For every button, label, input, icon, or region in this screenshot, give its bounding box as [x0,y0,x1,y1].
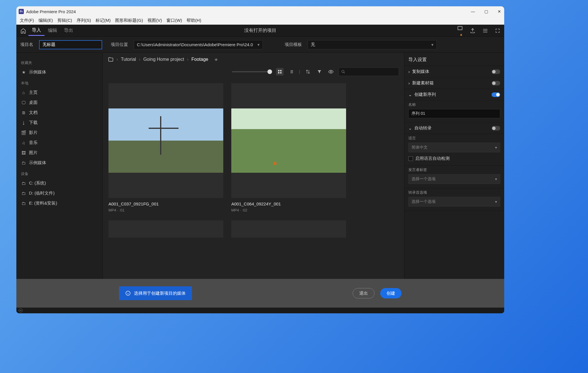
filter-icon[interactable] [316,68,323,75]
preview-icon[interactable] [327,68,335,75]
auto-detect-checkbox[interactable]: 启用语言自动检测 [408,156,500,161]
create-button[interactable]: 创建 [380,288,401,298]
drive-icon: 🗀 [21,181,26,186]
project-settings-bar: 项目名 项目位置 C:\Users\Administrator\Document… [16,37,504,53]
drive-icon: 🗀 [21,201,26,206]
titlebar: Pr Adobe Premiere Pro 2024 ― ▢ ✕ [16,6,504,17]
menu-help[interactable]: 帮助(H) [185,17,203,24]
sequence-name-input[interactable] [408,109,500,118]
menu-view[interactable]: 视图(V) [146,17,164,24]
sidebar-item-drive-e[interactable]: 🗀E: (资料&安装) [19,198,100,208]
sort-icon[interactable] [304,68,312,75]
desktop-icon: 🖵 [21,100,26,105]
tab-export[interactable]: 导出 [61,26,77,35]
breadcrumb-tutorial[interactable]: Tutorial [121,57,136,62]
no-project-label: 没有打开的项目 [244,28,276,34]
search-input[interactable] [339,67,399,76]
menu-edit[interactable]: 编辑(E) [37,17,55,24]
language-select[interactable]: 简体中文 [408,143,500,152]
tab-import[interactable]: 导入 [28,26,44,36]
fullscreen-icon[interactable] [495,28,500,33]
list-view-icon[interactable] [288,68,295,75]
sidebar-item-drive-c[interactable]: 🗀C: (系统) [19,178,100,188]
media-item[interactable] [231,220,346,238]
menu-sequence[interactable]: 序列(S) [75,17,93,24]
new-sequence-row[interactable]: ⌄创建新序列 [404,89,504,100]
exit-button[interactable]: 退出 [353,288,374,298]
transcription-pref-select[interactable]: 选择一个选项 [408,197,500,207]
new-bin-toggle[interactable] [492,81,500,86]
media-meta: MP4 · :01 [108,208,223,212]
menu-clip[interactable]: 剪辑(C) [56,17,74,24]
chevron-down-icon: ⌄ [408,92,412,97]
sidebar-item-downloads[interactable]: ⭣下载 [19,118,100,128]
copy-media-toggle[interactable] [492,69,500,74]
sidebar-item-pictures[interactable]: 🖼图片 [19,148,100,158]
share-icon[interactable] [470,28,476,34]
menu-graphics[interactable]: 图形和标题(G) [113,17,145,24]
view-bar: | [103,66,404,77]
auto-transcribe-toggle[interactable] [492,126,500,131]
thumbnail-image [108,108,223,173]
home-icon[interactable] [20,28,26,34]
project-name-input[interactable] [39,40,102,49]
warning-icon: ▲ [459,32,463,36]
sidebar-item-desktop[interactable]: 🖵桌面 [19,98,100,108]
sidebar-item-label: E: (资料&安装) [29,201,57,206]
project-path-select[interactable]: C:\Users\Administrator\Documents\Adobe\P… [134,40,263,49]
sidebar-item-home[interactable]: ⌂主页 [19,88,100,98]
speaker-select[interactable]: 选择一个选项 [408,174,500,184]
project-name-label: 项目名 [20,42,33,47]
tab-edit[interactable]: 编辑 [44,26,61,35]
quick-export-icon[interactable]: ▲ [457,25,463,36]
auto-transcribe-row[interactable]: ⌄自动转录 [404,123,504,134]
maximize-button[interactable]: ▢ [484,9,489,14]
media-thumbnail[interactable] [231,83,346,198]
menu-markers[interactable]: 标记(M) [94,17,112,24]
menubar: 文件(F) 编辑(E) 剪辑(C) 序列(S) 标记(M) 图形和标题(G) 视… [16,17,504,25]
sidebar-item-music[interactable]: ♫音乐 [19,138,100,148]
panel-menu-icon[interactable] [482,28,488,34]
workspace-toolbar: 导入 编辑 导出 没有打开的项目 ▲ [16,25,504,37]
favorite-star-icon[interactable]: ★ [214,57,218,62]
new-sequence-toggle[interactable] [492,92,500,97]
sidebar-item-label: D: (临时文件) [29,191,55,196]
creative-cloud-icon[interactable]: ∞ [19,308,23,312]
folder-icon[interactable] [108,57,114,62]
slider-knob[interactable] [267,69,272,74]
sidebar-item-drive-d[interactable]: 🗀D: (临时文件) [19,188,100,198]
breadcrumb-footage[interactable]: Footage [191,57,208,62]
media-thumbnail[interactable] [108,220,223,238]
minimize-button[interactable]: ― [470,9,476,14]
breadcrumb-sep: › [139,57,140,62]
grid-view-icon[interactable] [276,68,284,75]
sidebar-item-documents[interactable]: 🗎文档 [19,108,100,118]
project-template-select[interactable]: 无 [308,40,437,49]
media-item[interactable]: A001_C037_0921FG_001 MP4 · :01 [108,83,223,212]
media-thumbnail[interactable] [108,83,223,198]
sidebar-item-sample-media[interactable]: 🗀示例媒体 [19,158,100,168]
content-area: › Tutorial › Going Home project › Footag… [102,53,404,279]
media-item[interactable] [108,220,223,238]
breadcrumb-project[interactable]: Going Home project [143,57,184,62]
sidebar-item-videos[interactable]: 🎬影片 [19,128,100,138]
new-bin-row[interactable]: ›新建素材箱 [404,77,504,89]
media-item[interactable]: A001_C064_09224Y_001 MP4 · :02 [231,83,346,212]
drive-icon: 🗀 [21,191,26,196]
chevron-right-icon: › [408,69,410,74]
media-title: A001_C064_09224Y_001 [231,201,346,206]
copy-media-row[interactable]: ›复制媒体 [404,66,504,77]
thumbnail-image [231,108,346,173]
new-bin-label: 新建素材箱 [412,80,434,86]
folder-icon: 🗀 [21,160,26,165]
app-logo-icon: Pr [19,9,24,14]
menu-window[interactable]: 窗口(W) [165,17,184,24]
close-button[interactable]: ✕ [497,9,502,14]
media-thumbnail[interactable] [231,220,346,238]
footer-bar: 选择用于创建新项目的媒体 退出 创建 [16,279,504,308]
thumbnail-size-slider[interactable] [232,71,272,72]
sidebar-item-sample-media-fav[interactable]: ★ 示例媒体 [19,67,100,77]
new-sequence-label: 创建新序列 [414,92,436,97]
menu-file[interactable]: 文件(F) [18,17,36,24]
svg-point-5 [330,71,332,73]
